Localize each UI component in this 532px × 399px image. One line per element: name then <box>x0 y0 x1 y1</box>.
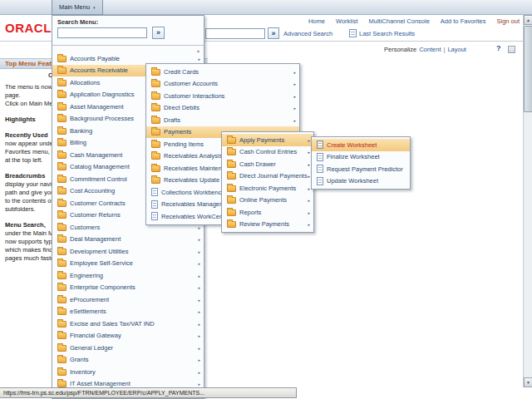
folder-icon <box>57 200 66 207</box>
folder-icon <box>57 369 66 376</box>
menu-item-label: Grants <box>70 356 89 363</box>
menu-item[interactable]: Enterprise Components ▸ <box>52 282 204 294</box>
folder-icon <box>151 93 160 100</box>
submenu-arrow-icon: ▸ <box>308 162 310 167</box>
menu-item[interactable]: Cash Control Entries ▸ <box>222 146 313 159</box>
menu-item[interactable]: Update Worksheet <box>312 175 410 188</box>
menu-item[interactable]: Electronic Payments ▸ <box>222 182 313 195</box>
menu-item[interactable]: eProcurement ▸ <box>52 293 204 306</box>
menu-item[interactable]: Apply Payments ▸ <box>222 134 313 146</box>
header-nav-link[interactable]: Worklist <box>336 17 358 25</box>
folder-icon <box>151 117 160 124</box>
menu-item[interactable]: Credit Cards ▸ <box>146 66 299 78</box>
menu-search-go-button[interactable]: » <box>152 27 165 39</box>
menu-item-label: eSettlements <box>70 308 106 315</box>
folder-icon <box>151 69 160 76</box>
folder-icon <box>57 164 66 170</box>
menu-item[interactable]: General Ledger ▸ <box>52 342 204 354</box>
menu-item-label: Inventory <box>70 368 96 376</box>
payments-submenu: Apply Payments ▸ Cash Control Entries ▸ … <box>221 131 314 233</box>
header-nav-link[interactable]: Add to Favorites <box>441 17 486 25</box>
menu-item[interactable]: Financial Gateway ▸ <box>52 330 204 342</box>
menu-item[interactable]: Customer Accounts ▸ <box>146 78 299 91</box>
header-search-input[interactable] <box>205 28 265 39</box>
main-menu-label: Main Menu <box>59 3 90 11</box>
menu-search-input[interactable] <box>57 27 147 38</box>
submenu-arrow-icon: ▸ <box>198 225 200 230</box>
personalize-content-link[interactable]: Content <box>419 46 441 53</box>
last-search-results-link[interactable]: Last Search Results <box>359 30 415 37</box>
menu-item[interactable]: eSettlements ▸ <box>52 306 204 318</box>
folder-icon <box>57 321 66 328</box>
menu-item-label: Cash Management <box>70 151 122 159</box>
folder-icon <box>151 153 160 160</box>
menu-item-label: Enterprise Components <box>70 283 135 291</box>
document-icon <box>151 188 158 196</box>
menu-item-label: Review Payments <box>239 220 289 228</box>
folder-icon <box>151 177 160 184</box>
submenu-arrow-icon: ▸ <box>293 70 296 75</box>
menu-item[interactable]: Deal Management ▸ <box>52 234 204 246</box>
vertical-scrollbar[interactable]: ▲ ▼ <box>523 15 532 387</box>
folder-icon <box>227 209 236 216</box>
sign-out-link[interactable]: Sign out <box>496 17 520 25</box>
chevron-down-icon: ▾ <box>93 5 96 10</box>
folder-icon <box>57 249 66 255</box>
folder-icon <box>57 308 66 315</box>
submenu-arrow-icon: ▸ <box>308 198 310 203</box>
menu-item-label: Customer Returns <box>70 211 121 219</box>
folder-icon <box>57 236 66 243</box>
menu-item-label: Development Utilities <box>70 248 128 255</box>
submenu-arrow-icon: ▸ <box>198 237 200 242</box>
menu-item[interactable]: Employee Self-Service ▸ <box>52 258 204 270</box>
menu-item[interactable]: Review Payments ▸ <box>222 219 313 231</box>
help-icon[interactable]: ? <box>496 44 501 52</box>
scroll-up-arrow-icon[interactable]: ▲ <box>524 15 532 25</box>
menu-item[interactable]: Reports ▸ <box>222 206 313 219</box>
menu-item-label: Banking <box>70 127 92 135</box>
personalize-layout-link[interactable]: Layout <box>447 46 466 53</box>
submenu-arrow-icon: ▸ <box>198 57 200 62</box>
submenu-arrow-icon: ▸ <box>198 298 200 303</box>
folder-icon <box>57 212 66 219</box>
menu-item[interactable]: Cash Drawer ▸ <box>222 158 313 170</box>
folder-icon <box>57 357 66 363</box>
submenu-arrow-icon: ▸ <box>308 138 310 143</box>
menu-item-label: Update Worksheet <box>327 177 378 185</box>
menu-item[interactable]: Inventory ▸ <box>52 366 204 378</box>
menu-item[interactable]: Create Worksheet <box>312 139 410 151</box>
folder-icon <box>227 173 236 180</box>
folder-icon <box>227 137 236 144</box>
submenu-arrow-icon: ▸ <box>198 249 200 254</box>
menu-item[interactable]: Development Utilities ▸ <box>52 245 204 258</box>
folder-icon <box>57 56 66 62</box>
menu-item-label: General Ledger <box>70 344 113 352</box>
header-search-go-button[interactable]: » <box>268 27 279 39</box>
personalize-bar: Personalize Content | Layout <box>384 46 466 53</box>
menu-item-label: Payments <box>164 128 191 135</box>
header-nav-link[interactable]: MultiChannel Console <box>368 17 429 25</box>
scroll-down-arrow-icon[interactable]: ▼ <box>524 377 532 387</box>
menu-item[interactable]: Grants ▸ <box>52 354 204 367</box>
advanced-search-link[interactable]: Advanced Search <box>283 30 332 37</box>
header-nav-link[interactable]: Home <box>308 17 325 25</box>
menu-item[interactable]: Finalize Worksheet <box>312 151 410 164</box>
menu-item[interactable]: Online Payments ▸ <box>222 195 313 207</box>
menu-item-label: Finalize Worksheet <box>327 153 380 160</box>
folder-icon <box>57 273 66 279</box>
menu-item[interactable]: Drafts ▸ <box>146 114 299 126</box>
folder-icon <box>57 297 66 303</box>
menu-item[interactable]: Engineering ▸ <box>52 269 204 282</box>
folder-icon <box>57 345 66 352</box>
page-settings-icon[interactable] <box>508 46 515 53</box>
last-search-results-icon[interactable] <box>349 29 357 37</box>
menu-item[interactable]: Request Payment Predictor <box>312 163 410 175</box>
menu-item[interactable]: Direct Debits ▸ <box>146 102 299 115</box>
menu-item[interactable]: Excise and Sales Tax/VAT IND ▸ <box>52 318 204 330</box>
menu-item[interactable]: Customer Interactions ▸ <box>146 90 299 102</box>
menu-item[interactable]: Direct Journal Payments ▸ <box>222 170 313 183</box>
submenu-arrow-icon: ▸ <box>198 309 200 314</box>
menu-item-label: eProcurement <box>70 296 109 303</box>
scrollbar-thumb[interactable] <box>524 26 532 112</box>
main-menu-button[interactable]: Main Menu ▾ <box>52 0 103 15</box>
